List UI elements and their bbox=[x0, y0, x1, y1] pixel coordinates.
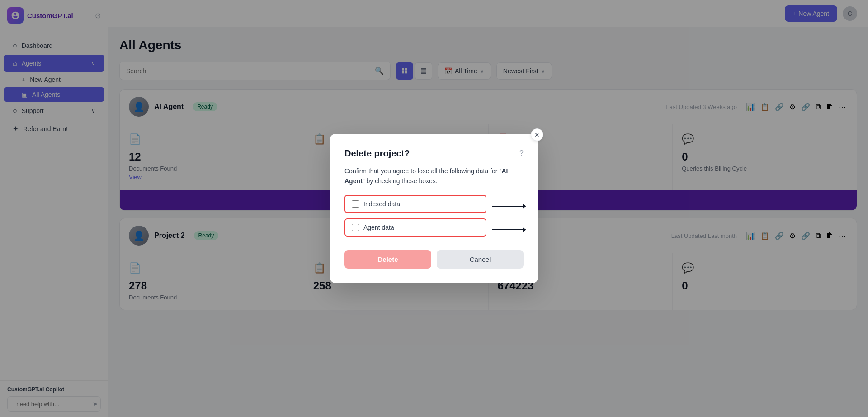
indexed-data-label: Indexed data bbox=[363, 200, 400, 208]
modal-overlay[interactable]: ✕ Delete project? ? Confirm that you agr… bbox=[0, 0, 868, 417]
modal-body: Confirm that you agree to lose all the f… bbox=[344, 166, 524, 186]
modal-title: Delete project? bbox=[344, 148, 410, 159]
agent-data-label: Agent data bbox=[363, 224, 394, 231]
modal-body-text: Confirm that you agree to lose all the f… bbox=[344, 167, 501, 175]
modal-body-suffix: " by checking these boxes: bbox=[363, 177, 438, 185]
indexed-data-checkbox[interactable] bbox=[352, 200, 359, 208]
agent-data-checkbox[interactable] bbox=[352, 224, 359, 231]
modal-close-button[interactable]: ✕ bbox=[531, 128, 543, 141]
delete-button[interactable]: Delete bbox=[344, 250, 431, 269]
delete-modal: ✕ Delete project? ? Confirm that you agr… bbox=[330, 134, 538, 284]
modal-actions: Delete Cancel bbox=[344, 250, 524, 269]
cancel-button[interactable]: Cancel bbox=[437, 250, 524, 269]
modal-header: Delete project? ? bbox=[344, 148, 524, 159]
indexed-data-checkbox-row[interactable]: Indexed data bbox=[344, 195, 486, 213]
help-icon[interactable]: ? bbox=[519, 149, 524, 157]
agent-data-checkbox-row[interactable]: Agent data bbox=[344, 218, 486, 237]
